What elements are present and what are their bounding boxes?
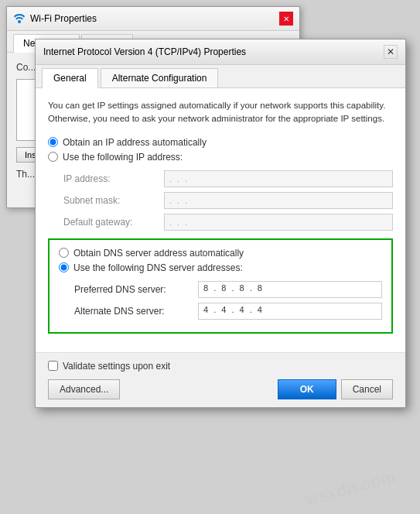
- ip-auto-row: Obtain an IP address automatically: [48, 137, 393, 148]
- dns-auto-radio[interactable]: [59, 248, 69, 258]
- ipv4-footer: Validate settings upon exit Advanced... …: [36, 352, 405, 407]
- subnet-mask-field-row: Subnet mask: . . .: [48, 192, 393, 209]
- subnet-mask-label: Subnet mask:: [63, 195, 164, 206]
- ip-auto-radio[interactable]: [48, 137, 58, 147]
- wifi-icon: [13, 12, 26, 25]
- ipv4-close-button[interactable]: ✕: [384, 45, 398, 59]
- validate-label: Validate settings upon exit: [63, 361, 170, 372]
- dns-section: Obtain DNS server address automatically …: [48, 238, 393, 334]
- dns-manual-label: Use the following DNS server addresses:: [73, 262, 243, 273]
- ipv4-tab-bar: General Alternate Configuration: [36, 65, 405, 88]
- gateway-label: Default gateway:: [63, 217, 164, 228]
- ip-manual-row: Use the following IP address:: [48, 152, 393, 163]
- ipv4-properties-window: Internet Protocol Version 4 (TCP/IPv4) P…: [35, 39, 406, 408]
- preferred-dns-row: Preferred DNS server: 8 . 8 . 8 . 8: [59, 281, 382, 298]
- ip-address-input[interactable]: . . .: [164, 170, 393, 187]
- validate-checkbox[interactable]: [48, 361, 58, 371]
- preferred-dns-label: Preferred DNS server:: [74, 284, 198, 295]
- ok-button[interactable]: OK: [278, 379, 336, 399]
- gateway-input[interactable]: . . .: [164, 214, 393, 231]
- advanced-button[interactable]: Advanced...: [48, 379, 120, 399]
- dns-manual-row: Use the following DNS server addresses:: [59, 262, 382, 273]
- preferred-dns-input[interactable]: 8 . 8 . 8 . 8: [198, 281, 382, 298]
- dns-manual-radio[interactable]: [59, 262, 69, 272]
- ip-auto-label: Obtain an IP address automatically: [63, 137, 207, 148]
- wifi-titlebar: Wi-Fi Properties ✕: [7, 7, 299, 31]
- svg-point-0: [18, 20, 21, 23]
- wifi-close-button[interactable]: ✕: [279, 12, 293, 26]
- alternate-dns-label: Alternate DNS server:: [74, 306, 198, 317]
- dns-radio-group: Obtain DNS server address automatically …: [59, 248, 382, 273]
- dns-auto-label: Obtain DNS server address automatically: [73, 248, 244, 259]
- cancel-button[interactable]: Cancel: [341, 379, 393, 399]
- ip-address-field-row: IP address: . . .: [48, 170, 393, 187]
- ip-manual-radio[interactable]: [48, 152, 58, 162]
- gateway-field-row: Default gateway: . . .: [48, 214, 393, 231]
- validate-row: Validate settings upon exit: [48, 361, 393, 372]
- ip-manual-label: Use the following IP address:: [63, 152, 183, 163]
- alternate-dns-input[interactable]: 4 . 4 . 4 . 4: [198, 303, 382, 320]
- ipv4-content-area: You can get IP settings assigned automat…: [36, 88, 405, 352]
- ip-address-label: IP address:: [63, 173, 164, 184]
- wifi-titlebar-left: Wi-Fi Properties: [13, 12, 97, 25]
- ipv4-tab-alternate[interactable]: Alternate Configuration: [101, 68, 219, 87]
- subnet-mask-input[interactable]: . . .: [164, 192, 393, 209]
- ipv4-description-text: You can get IP settings assigned automat…: [48, 99, 393, 126]
- alternate-dns-row: Alternate DNS server: 4 . 4 . 4 . 4: [59, 303, 382, 320]
- ipv4-titlebar: Internet Protocol Version 4 (TCP/IPv4) P…: [36, 39, 405, 65]
- ip-address-radio-group: Obtain an IP address automatically Use t…: [48, 137, 393, 163]
- dns-auto-row: Obtain DNS server address automatically: [59, 248, 382, 259]
- ipv4-tab-general[interactable]: General: [42, 68, 98, 88]
- ipv4-window-title: Internet Protocol Version 4 (TCP/IPv4) P…: [43, 46, 246, 57]
- footer-buttons: Advanced... OK Cancel: [48, 379, 393, 399]
- wifi-window-title: Wi-Fi Properties: [30, 13, 97, 24]
- watermark: wsxdn.com: [303, 467, 398, 510]
